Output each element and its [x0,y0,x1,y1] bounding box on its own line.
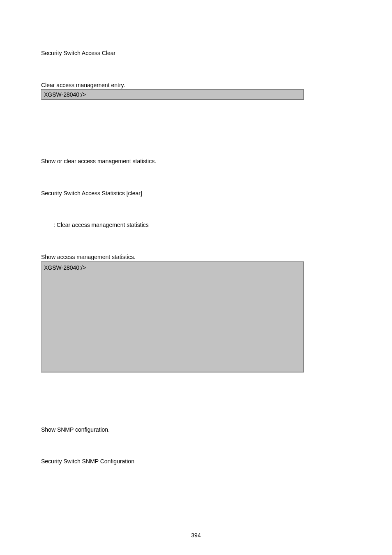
prompt-text-1: XGSW-28040:/> [44,91,86,98]
prompt-text-2: XGSW-28040:/> [44,264,86,271]
document-page: Security Switch Access Clear Clear acces… [0,0,392,555]
default-line-1: Clear access management entry. [41,81,351,90]
default-line-2: Show access management statistics. [41,253,351,261]
code-box-1: XGSW-28040:/> [41,89,304,100]
syntax-line-3: Security Switch SNMP Configuration [41,458,351,466]
desc-line-2: Show or clear access management statisti… [41,157,351,166]
desc-line-3: Show SNMP configuration. [41,426,351,434]
syntax-line-2: Security Switch Access Statistics [clear… [41,190,351,198]
syntax-line-1: Security Switch Access Clear [41,49,351,58]
code-box-2: XGSW-28040:/> [41,261,304,372]
param-line-2: : Clear access management statistics [41,221,351,229]
page-number: 394 [0,532,392,539]
